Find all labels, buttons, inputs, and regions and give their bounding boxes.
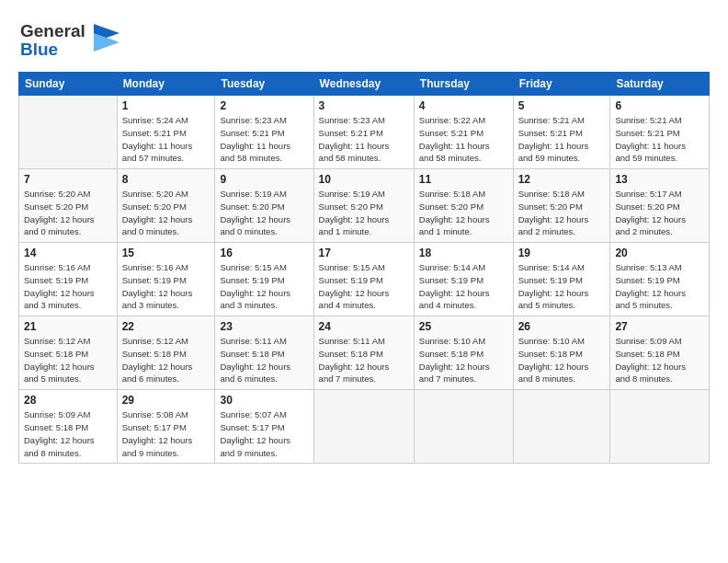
calendar-cell: 5Sunrise: 5:21 AMSunset: 5:21 PMDaylight… xyxy=(513,96,610,169)
day-info: Sunrise: 5:11 AMSunset: 5:18 PMDaylight:… xyxy=(220,335,308,385)
day-number: 12 xyxy=(518,173,606,186)
day-info: Sunrise: 5:24 AMSunset: 5:21 PMDaylight:… xyxy=(122,114,210,165)
day-info: Sunrise: 5:23 AMSunset: 5:21 PMDaylight:… xyxy=(319,114,409,165)
day-info: Sunrise: 5:18 AMSunset: 5:20 PMDaylight:… xyxy=(419,188,508,238)
calendar-cell: 2Sunrise: 5:23 AMSunset: 5:21 PMDaylight… xyxy=(215,96,313,169)
day-number: 15 xyxy=(122,247,210,259)
day-number: 5 xyxy=(518,99,606,112)
calendar-cell: 16Sunrise: 5:15 AMSunset: 5:19 PMDayligh… xyxy=(215,243,313,316)
day-info: Sunrise: 5:20 AMSunset: 5:20 PMDaylight:… xyxy=(24,188,112,238)
calendar-cell: 11Sunrise: 5:18 AMSunset: 5:20 PMDayligh… xyxy=(414,169,513,243)
day-info: Sunrise: 5:23 AMSunset: 5:21 PMDaylight:… xyxy=(220,114,308,165)
svg-text:General: General xyxy=(20,21,85,40)
day-info: Sunrise: 5:21 AMSunset: 5:21 PMDaylight:… xyxy=(518,114,606,165)
calendar-cell: 23Sunrise: 5:11 AMSunset: 5:18 PMDayligh… xyxy=(215,316,313,390)
calendar-cell: 6Sunrise: 5:21 AMSunset: 5:21 PMDaylight… xyxy=(610,96,710,169)
day-info: Sunrise: 5:20 AMSunset: 5:20 PMDaylight:… xyxy=(122,188,210,238)
weekday-header: Friday xyxy=(513,73,610,96)
day-info: Sunrise: 5:16 AMSunset: 5:19 PMDaylight:… xyxy=(122,261,210,312)
weekday-header: Saturday xyxy=(610,73,710,96)
weekday-header: Wednesday xyxy=(313,73,414,96)
day-info: Sunrise: 5:19 AMSunset: 5:20 PMDaylight:… xyxy=(220,188,308,238)
day-info: Sunrise: 5:14 AMSunset: 5:19 PMDaylight:… xyxy=(518,261,606,312)
calendar-cell xyxy=(414,390,513,464)
calendar-cell: 20Sunrise: 5:13 AMSunset: 5:19 PMDayligh… xyxy=(610,243,710,316)
calendar-cell: 8Sunrise: 5:20 AMSunset: 5:20 PMDaylight… xyxy=(117,169,215,243)
calendar-cell: 24Sunrise: 5:11 AMSunset: 5:18 PMDayligh… xyxy=(313,316,414,390)
day-number: 23 xyxy=(220,320,308,333)
day-number: 16 xyxy=(220,247,308,259)
day-info: Sunrise: 5:07 AMSunset: 5:17 PMDaylight:… xyxy=(220,408,308,459)
day-info: Sunrise: 5:09 AMSunset: 5:18 PMDaylight:… xyxy=(24,408,112,459)
calendar-header-row: SundayMondayTuesdayWednesdayThursdayFrid… xyxy=(19,73,710,96)
logo-text: General Blue xyxy=(18,17,119,64)
day-info: Sunrise: 5:22 AMSunset: 5:21 PMDaylight:… xyxy=(419,114,508,165)
day-info: Sunrise: 5:15 AMSunset: 5:19 PMDaylight:… xyxy=(319,261,409,312)
day-number: 18 xyxy=(419,247,508,259)
calendar-cell: 21Sunrise: 5:12 AMSunset: 5:18 PMDayligh… xyxy=(19,316,118,390)
calendar-cell: 3Sunrise: 5:23 AMSunset: 5:21 PMDaylight… xyxy=(313,96,414,169)
calendar-cell: 12Sunrise: 5:18 AMSunset: 5:20 PMDayligh… xyxy=(513,169,610,243)
day-info: Sunrise: 5:12 AMSunset: 5:18 PMDaylight:… xyxy=(24,335,112,385)
day-info: Sunrise: 5:10 AMSunset: 5:18 PMDaylight:… xyxy=(518,335,606,385)
calendar-cell: 10Sunrise: 5:19 AMSunset: 5:20 PMDayligh… xyxy=(313,169,414,243)
day-number: 11 xyxy=(419,173,508,186)
day-number: 10 xyxy=(319,173,409,186)
calendar-page: General Blue SundayMondayTuesdayWednesda… xyxy=(0,0,728,563)
day-info: Sunrise: 5:10 AMSunset: 5:18 PMDaylight:… xyxy=(419,335,508,385)
day-info: Sunrise: 5:18 AMSunset: 5:20 PMDaylight:… xyxy=(518,188,606,238)
day-number: 6 xyxy=(615,99,704,112)
calendar-cell: 27Sunrise: 5:09 AMSunset: 5:18 PMDayligh… xyxy=(610,316,710,390)
calendar-week-row: 1Sunrise: 5:24 AMSunset: 5:21 PMDaylight… xyxy=(19,96,710,169)
calendar-cell: 15Sunrise: 5:16 AMSunset: 5:19 PMDayligh… xyxy=(117,243,215,316)
calendar-cell: 17Sunrise: 5:15 AMSunset: 5:19 PMDayligh… xyxy=(313,243,414,316)
day-number: 13 xyxy=(615,173,704,186)
calendar-cell: 19Sunrise: 5:14 AMSunset: 5:19 PMDayligh… xyxy=(513,243,610,316)
day-number: 19 xyxy=(518,247,606,259)
calendar-cell xyxy=(19,96,118,169)
day-info: Sunrise: 5:08 AMSunset: 5:17 PMDaylight:… xyxy=(122,408,210,459)
day-number: 30 xyxy=(220,394,308,407)
day-number: 1 xyxy=(122,99,210,112)
day-info: Sunrise: 5:16 AMSunset: 5:19 PMDaylight:… xyxy=(24,261,112,312)
day-number: 3 xyxy=(319,99,409,112)
calendar-cell xyxy=(610,390,710,464)
weekday-header: Thursday xyxy=(414,73,513,96)
weekday-header: Monday xyxy=(117,73,215,96)
calendar-week-row: 28Sunrise: 5:09 AMSunset: 5:18 PMDayligh… xyxy=(19,390,710,464)
calendar-cell: 22Sunrise: 5:12 AMSunset: 5:18 PMDayligh… xyxy=(117,316,215,390)
calendar-cell: 7Sunrise: 5:20 AMSunset: 5:20 PMDaylight… xyxy=(19,169,118,243)
day-number: 29 xyxy=(122,394,210,407)
calendar-cell: 14Sunrise: 5:16 AMSunset: 5:19 PMDayligh… xyxy=(19,243,118,316)
calendar-cell: 28Sunrise: 5:09 AMSunset: 5:18 PMDayligh… xyxy=(19,390,118,464)
calendar-cell: 13Sunrise: 5:17 AMSunset: 5:20 PMDayligh… xyxy=(610,169,710,243)
svg-text:Blue: Blue xyxy=(20,40,58,59)
day-number: 4 xyxy=(419,99,508,112)
day-number: 9 xyxy=(220,173,308,186)
day-info: Sunrise: 5:19 AMSunset: 5:20 PMDaylight:… xyxy=(319,188,409,238)
page-header: General Blue xyxy=(18,17,710,64)
calendar-cell xyxy=(513,390,610,464)
day-number: 28 xyxy=(24,394,112,407)
calendar-cell xyxy=(313,390,414,464)
day-number: 8 xyxy=(122,173,210,186)
calendar-week-row: 21Sunrise: 5:12 AMSunset: 5:18 PMDayligh… xyxy=(19,316,710,390)
day-number: 27 xyxy=(615,320,704,333)
day-number: 22 xyxy=(122,320,210,333)
calendar-week-row: 7Sunrise: 5:20 AMSunset: 5:20 PMDaylight… xyxy=(19,169,710,243)
day-number: 20 xyxy=(615,247,704,259)
calendar-cell: 4Sunrise: 5:22 AMSunset: 5:21 PMDaylight… xyxy=(414,96,513,169)
calendar-cell: 18Sunrise: 5:14 AMSunset: 5:19 PMDayligh… xyxy=(414,243,513,316)
day-number: 24 xyxy=(319,320,409,333)
weekday-header: Tuesday xyxy=(215,73,313,96)
day-info: Sunrise: 5:15 AMSunset: 5:19 PMDaylight:… xyxy=(220,261,308,312)
calendar-cell: 9Sunrise: 5:19 AMSunset: 5:20 PMDaylight… xyxy=(215,169,313,243)
day-info: Sunrise: 5:17 AMSunset: 5:20 PMDaylight:… xyxy=(615,188,704,238)
day-number: 7 xyxy=(24,173,112,186)
day-info: Sunrise: 5:14 AMSunset: 5:19 PMDaylight:… xyxy=(419,261,508,312)
day-number: 2 xyxy=(220,99,308,112)
day-info: Sunrise: 5:11 AMSunset: 5:18 PMDaylight:… xyxy=(319,335,409,385)
day-number: 25 xyxy=(419,320,508,333)
day-number: 17 xyxy=(319,247,409,259)
calendar-cell: 30Sunrise: 5:07 AMSunset: 5:17 PMDayligh… xyxy=(215,390,313,464)
